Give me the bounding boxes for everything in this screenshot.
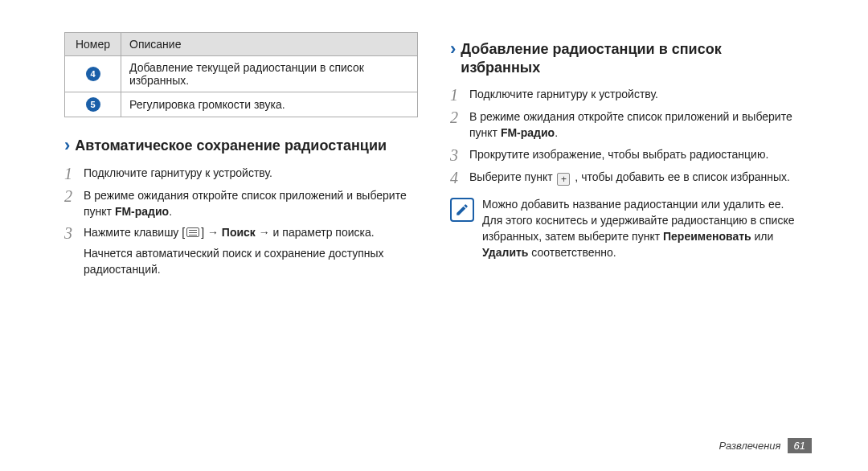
right-column: › Добавление радиостанции в список избра… [434, 32, 820, 447]
chevron-icon: › [64, 137, 70, 154]
table-head-number: Номер [65, 33, 121, 56]
plus-icon: + [557, 173, 570, 186]
left-column: Номер Описание 4 Добавление текущей ради… [48, 32, 434, 447]
note-box: Можно добавить название радиостанции или… [450, 196, 804, 261]
section-heading-auto-save: › Автоматическое сохранение радиостанции [64, 137, 418, 155]
step-text: Прокрутите изображение, чтобы выбрать ра… [469, 146, 804, 164]
step: Нажмите клавишу [] → Поиск → и параметр … [64, 224, 418, 242]
page: Номер Описание 4 Добавление текущей ради… [0, 0, 868, 471]
step: В режиме ожидания откройте список прилож… [450, 109, 804, 141]
step-text: Нажмите клавишу [] → Поиск → и параметр … [84, 224, 418, 242]
row-desc: Добавление текущей радиостанции в список… [121, 56, 418, 92]
heading-text: Автоматическое сохранение радиостанции [75, 137, 387, 155]
note-icon [450, 198, 474, 222]
steps-list-right: Подключите гарнитуру к устройству. В реж… [450, 86, 804, 186]
row-number-badge: 4 [86, 67, 100, 81]
note-text: Можно добавить название радиостанции или… [482, 196, 804, 261]
table-head-desc: Описание [121, 33, 418, 56]
description-table: Номер Описание 4 Добавление текущей ради… [64, 32, 418, 117]
chevron-icon: › [450, 40, 456, 58]
menu-icon [186, 227, 199, 237]
footer-category: Развлечения [719, 440, 780, 452]
table-row: 5 Регулировка громкости звука. [65, 92, 418, 117]
row-desc: Регулировка громкости звука. [121, 92, 418, 117]
table-row: 4 Добавление текущей радиостанции в спис… [65, 56, 418, 92]
continuation-text: Начнется автоматический поиск и сохранен… [84, 245, 418, 278]
step: Выберите пункт + , чтобы добавить ее в с… [450, 169, 804, 186]
step-text: Подключите гарнитуру к устройству. [469, 86, 804, 104]
step: Подключите гарнитуру к устройству. [64, 165, 418, 182]
page-footer: Развлечения 61 [719, 438, 812, 453]
step: Прокрутите изображение, чтобы выбрать ра… [450, 146, 804, 164]
steps-list-left: Подключите гарнитуру к устройству. В реж… [64, 165, 418, 243]
step-text: Подключите гарнитуру к устройству. [84, 165, 418, 182]
step-text: Выберите пункт + , чтобы добавить ее в с… [469, 169, 804, 186]
step: Подключите гарнитуру к устройству. [450, 86, 804, 104]
pencil-icon [455, 203, 469, 217]
footer-page-number: 61 [788, 438, 812, 453]
section-heading-add-favorite: › Добавление радиостанции в список избра… [450, 40, 804, 76]
step-text: В режиме ожидания откройте список прилож… [84, 187, 418, 220]
step: В режиме ожидания откройте список прилож… [64, 187, 418, 220]
step-text: В режиме ожидания откройте список прилож… [469, 109, 804, 141]
row-number-badge: 5 [86, 97, 100, 112]
heading-text: Добавление радиостанции в список избранн… [461, 40, 804, 76]
